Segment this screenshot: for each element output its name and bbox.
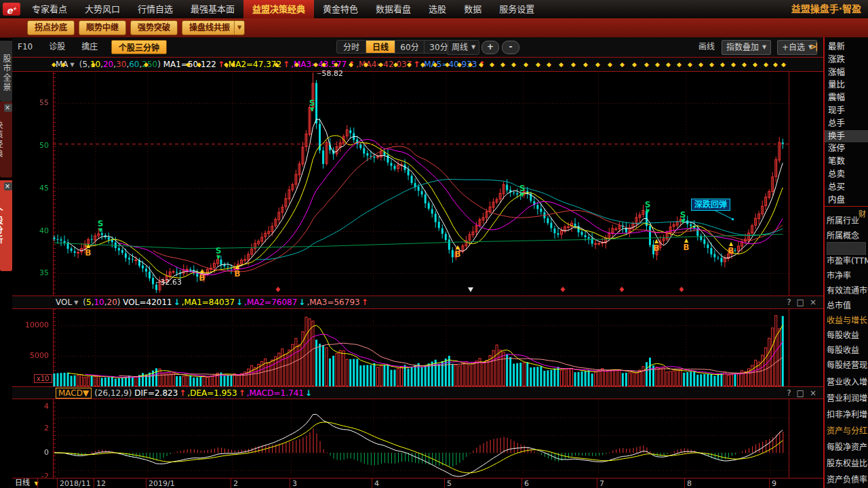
menu-item[interactable]: 益盟决策经典 (243, 0, 314, 18)
volume-axis-label: 5000 (12, 351, 49, 360)
collapse-panel-icon[interactable]: >| (810, 37, 816, 57)
signal-diamond-icon: ◆ (420, 62, 425, 68)
index-overlay-dropdown[interactable]: 指数叠加 ▼ (722, 40, 771, 55)
finance-field-label: 每股收益 (827, 346, 859, 355)
signal-diamond-icon: ◆ (321, 62, 326, 68)
top-menu-bar: e+ 专家看点大势风口行情自选最强基本面益盟决策经典黄金特色数据看盘选股数据服务… (0, 0, 868, 18)
signal-diamond-icon: ◆ (393, 62, 398, 68)
signal-diamond-icon: ◆ (773, 62, 778, 68)
toolbar-item[interactable]: F10 (18, 37, 33, 57)
signal-tooltip: 深跌回弹 (691, 199, 730, 211)
signal-diamond-icon: ◆ (731, 62, 736, 68)
time-tick-label: 5 (447, 479, 452, 488)
time-axis: 日线 ▼ 2018/11122019/123456789 (12, 478, 823, 488)
strategy-button[interactable]: 拐点抄底 (27, 20, 75, 35)
zoom-out-button[interactable]: - (502, 41, 519, 54)
vol-dropdown[interactable]: VOL ▼ (56, 298, 80, 307)
menu-item[interactable]: 选股 (420, 0, 455, 18)
side-tab-1[interactable]: 股市全景 (0, 41, 12, 102)
time-tick-line (146, 479, 146, 488)
buy-signal-marker: ▲B (82, 243, 94, 256)
time-axis-period-dropdown[interactable]: 日线 ▼ (15, 479, 39, 488)
finance-tab[interactable]: 财 (859, 208, 866, 219)
signal-diamond-icon: ◆ (742, 62, 747, 68)
menu-item[interactable]: 数据 (455, 0, 490, 18)
menu-item[interactable]: 大势风口 (76, 0, 129, 18)
side-tab-label: 决策经典 (0, 121, 3, 159)
finance-panel: 财 所属行业所属概念市盈率(TTM)市净率有效流通市值总市值收益与增长每股收益每… (825, 206, 868, 488)
signal-diamond-icon: ◆ (457, 62, 462, 68)
macd-values: DIF=2.823↑,DEA=1.953↑,MACD=1.741↓ (134, 388, 313, 398)
time-tick-line (769, 479, 770, 488)
macd-label: MACD (58, 388, 83, 398)
signal-diamond-icon: ◆ (445, 62, 450, 68)
side-tab-3[interactable]: ×个股分析 (0, 180, 12, 271)
chevron-down-icon: ▼ (762, 41, 766, 54)
signal-diamond-icon: ◆ (583, 62, 588, 68)
draw-line-button[interactable]: 画线 (698, 37, 715, 57)
chart-canvas[interactable] (12, 37, 823, 488)
strategy-button[interactable]: 强势突破 (130, 20, 178, 35)
highest-price-label: 58.82 (317, 69, 343, 78)
time-tick-line (597, 479, 597, 488)
menu-item[interactable]: 最强基本面 (182, 0, 243, 18)
down-arrow-icon: ↓ (298, 298, 305, 307)
app-window: e+ 专家看点大势风口行情自选最强基本面益盟决策经典黄金特色数据看盘选股数据服务… (0, 0, 868, 488)
period-tab[interactable]: 分时 (336, 40, 366, 54)
finance-field-label: 市净率 (827, 271, 851, 281)
menu-item[interactable]: 数据看盘 (367, 0, 420, 18)
signal-diamond-icon: ◆ (479, 62, 484, 68)
period-tab[interactable]: 日线 (366, 40, 395, 54)
up-arrow-icon: ↑ (179, 388, 186, 398)
volume-unit-label: x10 (34, 374, 52, 383)
finance-field-label: 每股经营现金流 (827, 361, 868, 370)
period-dropdown[interactable]: 周线 ▼ (448, 40, 479, 55)
zoom-in-button[interactable]: + (481, 41, 499, 54)
close-icon[interactable]: × (4, 104, 12, 112)
divider (37, 479, 38, 488)
menu-item[interactable]: 服务设置 (490, 0, 543, 18)
price-axis-label: 35 (12, 268, 49, 277)
side-tab-2[interactable]: ×决策经典 (0, 102, 12, 178)
quote-field-label: 现手 (825, 104, 868, 117)
help-icon[interactable]: ? (787, 298, 791, 306)
strategy-button[interactable]: 顺势中继 (79, 20, 126, 35)
maximize-icon[interactable]: □ (797, 389, 804, 397)
toolbar-item[interactable]: 诊股 (49, 37, 65, 57)
macd-dropdown[interactable]: MACD ▼ (56, 388, 92, 399)
signal-diamond-icon: ◆ (547, 62, 551, 68)
finance-field-label: 所属概念 (827, 231, 859, 241)
chevron-down-icon[interactable]: ▼ (234, 21, 241, 35)
finance-field-label: 营业利润增长率 (827, 394, 868, 403)
signal-diamond-icon: ◆ (709, 62, 714, 68)
maximize-icon[interactable]: □ (797, 298, 804, 306)
signal-diamond-icon: ◆ (536, 62, 540, 68)
menu-item[interactable]: 行情自选 (129, 0, 182, 18)
stock-3min-button[interactable]: 个股三分钟 (111, 40, 167, 54)
toolbar-item[interactable]: 擒庄 (81, 37, 98, 57)
time-tick-label: 2018/11 (60, 479, 91, 488)
menu-item[interactable]: 黄金特色 (314, 0, 367, 18)
signal-diamond-icon: ◆ (698, 62, 703, 68)
quote-field-label: 涨跌 (825, 54, 868, 66)
signal-diamond-icon: ◆ (186, 62, 191, 68)
quote-field-list: 最新涨跌涨幅量比震幅现手总手换手涨停笔数总卖总买内盘 (825, 37, 868, 206)
close-icon[interactable]: × (4, 182, 12, 190)
macd-indicator-header: MACD ▼ (26,12,9) DIF=2.823↑,DEA=1.953↑,M… (12, 386, 823, 399)
period-tab[interactable]: 60分 (395, 40, 425, 54)
finance-field-label: 每股净资产 (827, 443, 867, 452)
macd-params: (26,12,9) (94, 388, 132, 398)
caopanxian-gongzhen-button[interactable]: 操盘线共振 ▼ (182, 20, 245, 35)
macd-axis-label: 4 (12, 402, 49, 411)
close-icon[interactable]: × (810, 389, 816, 397)
time-tick-label: 7 (599, 479, 604, 488)
quote-field-label: 笔数 (825, 155, 868, 168)
close-icon[interactable]: × (810, 298, 816, 306)
side-tab-label: 个股分析 (0, 207, 3, 245)
price-axis-label: 40 (12, 226, 49, 235)
ma-dropdown[interactable]: MA ▼ (56, 60, 77, 69)
signal-diamond-icon: ◆ (595, 62, 600, 68)
time-tick-line (684, 479, 685, 488)
help-icon[interactable]: ? (787, 389, 791, 397)
menu-item[interactable]: 专家看点 (23, 0, 76, 18)
